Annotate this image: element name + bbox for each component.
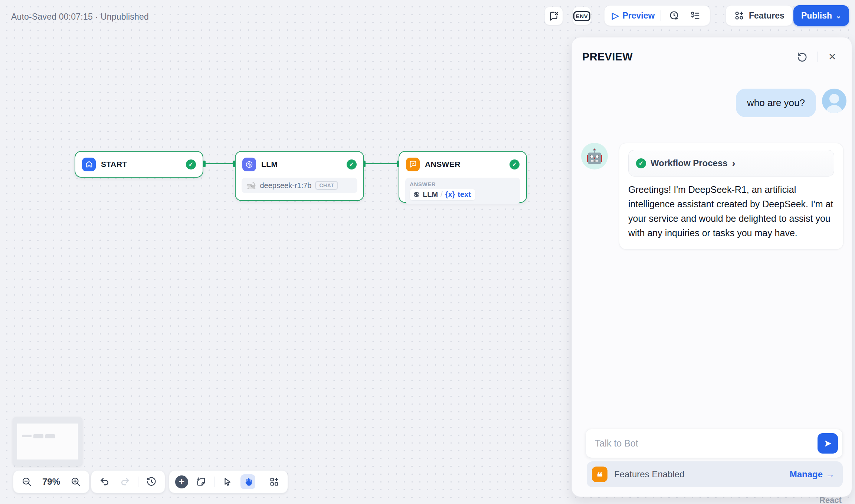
answer-output-panel: ANSWER LLM / {x} text — [405, 178, 520, 204]
workflow-process-toggle[interactable]: ✓ Workflow Process › — [628, 150, 834, 177]
header-divider — [817, 52, 818, 62]
play-icon: ▷ — [612, 11, 619, 20]
chat-input[interactable] — [595, 438, 818, 449]
change-history-button[interactable] — [144, 474, 159, 489]
canvas-tools: + — [169, 470, 288, 493]
workflow-process-label: Workflow Process — [651, 158, 728, 168]
home-icon — [82, 158, 96, 171]
arrow-right-icon: → — [826, 469, 835, 480]
hand-mode-button[interactable] — [240, 474, 255, 489]
node-llm[interactable]: LLM ✓ 🐋 deepseek-r1:7b CHAT — [235, 151, 364, 201]
zoom-out-button[interactable] — [19, 474, 34, 489]
run-toolbar: ▷ Preview — [604, 5, 710, 26]
variable-node-icon — [413, 191, 420, 198]
organize-blocks-button[interactable] — [267, 474, 282, 489]
features-icon — [734, 10, 744, 21]
publish-button[interactable]: Publish ⌄ — [793, 5, 849, 26]
toolbar-divider — [661, 10, 661, 21]
features-label: Features — [749, 11, 784, 21]
preview-header: PREVIEW ✕ — [582, 48, 841, 66]
zoom-level[interactable]: 79% — [40, 477, 63, 487]
environment-variables-button[interactable]: ENV — [573, 7, 591, 25]
features-enabled-label: Features Enabled — [614, 469, 783, 480]
node-start-title: START — [101, 160, 181, 169]
model-name: deepseek-r1:7b — [260, 181, 311, 190]
answer-variable-pill[interactable]: LLM / {x} text — [410, 189, 475, 200]
zoom-in-button[interactable] — [68, 474, 83, 489]
pointer-mode-button[interactable] — [220, 474, 235, 489]
variable-separator: / — [440, 190, 443, 199]
bot-message-row: 🤖 ✓ Workflow Process › Greetings! I'm De… — [581, 143, 843, 250]
add-note-button[interactable] — [194, 474, 209, 489]
chevron-right-icon: › — [732, 158, 736, 169]
node-start[interactable]: START ✓ — [75, 151, 203, 178]
process-success-icon: ✓ — [636, 158, 646, 168]
edge-llm-answer[interactable] — [363, 163, 399, 164]
answer-success-icon: ✓ — [510, 159, 520, 169]
node-answer-title: ANSWER — [425, 160, 504, 169]
checklist-icon — [690, 10, 701, 21]
tools-divider — [261, 477, 261, 487]
bot-message-text: Greetings! I'm DeepSeek-R1, an artificia… — [628, 182, 834, 240]
restart-conversation-button[interactable] — [794, 49, 810, 65]
preview-run-label: Preview — [622, 11, 655, 21]
variable-x-icon: {x} — [445, 190, 455, 199]
minimap-node — [22, 435, 32, 437]
llm-model-selector[interactable]: 🐋 deepseek-r1:7b CHAT — [242, 178, 357, 193]
run-history-icon — [669, 10, 680, 21]
features-button[interactable]: Features — [725, 5, 793, 26]
minimap-node — [33, 434, 43, 438]
model-type-badge: CHAT — [315, 181, 338, 190]
user-avatar-head — [829, 94, 839, 103]
controls-divider — [138, 477, 138, 487]
close-icon: ✕ — [828, 51, 836, 63]
autosave-status: Auto-Saved 00:07:15 · Unpublished — [11, 12, 149, 22]
add-node-button[interactable]: + — [175, 475, 188, 488]
answer-icon — [406, 158, 420, 171]
minimap-viewport[interactable] — [17, 424, 78, 459]
features-enabled-bar[interactable]: ❝ Features Enabled Manage → — [587, 461, 843, 487]
checklist-button[interactable] — [688, 8, 702, 23]
edge-start-llm[interactable] — [204, 163, 236, 164]
chat-variable-icon — [548, 10, 559, 22]
zoom-controls: 79% — [13, 470, 89, 493]
node-llm-title: LLM — [261, 160, 341, 169]
preview-run-button[interactable]: ▷ Preview — [612, 11, 655, 21]
tools-divider — [214, 477, 214, 487]
redo-button[interactable] — [118, 474, 132, 489]
variable-name: text — [458, 190, 471, 199]
bot-message-card: ✓ Workflow Process › Greetings! I'm Deep… — [619, 143, 843, 250]
undo-button[interactable] — [97, 474, 112, 489]
user-avatar — [822, 89, 846, 113]
start-success-icon: ✓ — [186, 159, 196, 169]
answer-section-label: ANSWER — [410, 181, 516, 187]
user-message-bubble: who are you? — [736, 89, 816, 117]
minimap[interactable] — [13, 417, 82, 466]
close-preview-button[interactable]: ✕ — [824, 49, 841, 65]
chevron-down-icon: ⌄ — [836, 12, 841, 20]
chat-input-card — [586, 429, 843, 458]
manage-label: Manage — [790, 469, 823, 480]
run-history-button[interactable] — [667, 8, 682, 23]
send-button[interactable] — [818, 433, 838, 454]
llm-icon — [242, 158, 256, 171]
env-icon: ENV — [573, 11, 590, 21]
minimap-node — [45, 434, 55, 438]
history-controls — [91, 470, 165, 493]
publish-label: Publish — [801, 11, 832, 21]
user-message-row: who are you? — [736, 89, 846, 117]
preview-panel: PREVIEW ✕ who are you? 🤖 ✓ Workflow Proc… — [571, 37, 852, 497]
quote-icon: ❝ — [592, 467, 607, 482]
user-avatar-body — [826, 105, 843, 113]
bot-avatar: 🤖 — [581, 143, 608, 169]
llm-success-icon: ✓ — [347, 159, 357, 169]
preview-title: PREVIEW — [582, 51, 794, 63]
variable-source-node: LLM — [423, 190, 438, 199]
deepseek-model-icon: 🐋 — [246, 181, 256, 190]
node-answer[interactable]: ANSWER ✓ ANSWER LLM / {x} text — [399, 151, 527, 203]
manage-features-link[interactable]: Manage → — [790, 469, 835, 480]
chat-variable-button[interactable] — [544, 7, 563, 25]
